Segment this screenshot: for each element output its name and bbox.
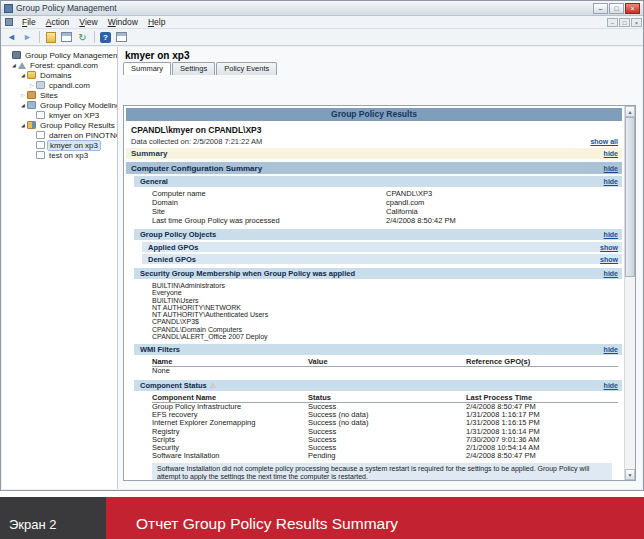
- wmi-filters-table: Name Value Reference GPO(s) None: [152, 357, 618, 375]
- close-button[interactable]: ×: [625, 3, 640, 14]
- tree-item-darren[interactable]: darren on PINOTNOIR: [2, 130, 117, 140]
- export-list-icon[interactable]: [43, 30, 58, 44]
- hide-link[interactable]: hide: [604, 270, 618, 277]
- component-status-table: Component Name Status Last Process Time …: [152, 393, 618, 461]
- data-collected-text: Data collected on: 2/5/2008 7:21:22 AM: [131, 137, 262, 146]
- hide-link[interactable]: hide: [604, 178, 618, 185]
- list-item: Everyone: [152, 289, 622, 296]
- collapse-arrow-icon[interactable]: ▷: [28, 82, 36, 88]
- tree-item-results[interactable]: ◢ Group Policy Results: [2, 120, 117, 130]
- refresh-icon[interactable]: ↻: [75, 30, 90, 44]
- new-window-icon[interactable]: [114, 30, 129, 44]
- general-table: Computer name CPANDL\XP3 Domain cpandl.c…: [152, 189, 622, 225]
- console-child-icon: [5, 18, 13, 26]
- hide-link[interactable]: hide: [604, 150, 618, 157]
- tree-item-kmyer-xp3-modeling[interactable]: kmyer on XP3: [2, 110, 117, 120]
- expand-arrow-icon[interactable]: ◢: [19, 102, 27, 108]
- domain-icon: [36, 81, 45, 89]
- expand-arrow-icon[interactable]: ◢: [10, 62, 18, 68]
- hide-link[interactable]: hide: [604, 165, 618, 172]
- scroll-down-icon[interactable]: ▼: [625, 469, 635, 480]
- tab-policy-events[interactable]: Policy Events: [216, 62, 277, 75]
- security-group-list: BUILTIN\Administrators Everyone BUILTIN\…: [152, 282, 622, 340]
- gpmc-window: Group Policy Management – □ × File Actio…: [0, 0, 644, 491]
- pane-title: kmyer on xp3: [118, 47, 642, 62]
- help-icon[interactable]: ?: [98, 30, 113, 44]
- menu-view[interactable]: View: [74, 17, 102, 27]
- hide-link[interactable]: hide: [604, 346, 618, 353]
- applied-gpos-header: Applied GPOs show: [142, 242, 622, 252]
- show-console-tree-icon[interactable]: [59, 30, 74, 44]
- tree-item-modeling[interactable]: ◢ Group Policy Modeling: [2, 100, 117, 110]
- table-row: Security Success 2/1/2008 10:54:14 AM: [152, 444, 618, 452]
- figure-caption: Экран 2 Отчет Group Policy Results Summa…: [0, 497, 644, 539]
- toolbar: ◄ ► ↻ ?: [1, 29, 643, 46]
- restore-button[interactable]: □: [609, 3, 624, 14]
- show-link[interactable]: show: [600, 256, 618, 263]
- list-item: BUILTIN\Administrators: [152, 282, 622, 289]
- menu-help[interactable]: Help: [143, 17, 170, 27]
- table-row: Computer name CPANDL\XP3: [152, 189, 622, 198]
- report-icon: [36, 151, 45, 159]
- denied-gpos-header: Denied GPOs show: [142, 254, 622, 264]
- show-link[interactable]: show: [600, 244, 618, 251]
- report-body: Group Policy Results CPANDL\kmyer on CPA…: [124, 106, 624, 480]
- table-row: Software Installation Pending 2/4/2008 8…: [152, 452, 618, 460]
- expand-arrow-icon[interactable]: ◢: [19, 122, 27, 128]
- component-status-header: Component Status⚠ hide: [134, 380, 622, 391]
- show-all-link[interactable]: show all: [590, 138, 618, 145]
- domains-folder-icon: [27, 71, 36, 79]
- scrollbar-thumb[interactable]: [625, 117, 635, 277]
- tab-settings[interactable]: Settings: [172, 62, 215, 75]
- tree-item-cpandl[interactable]: ▷ cpandl.com: [2, 80, 117, 90]
- back-icon[interactable]: ◄: [4, 30, 19, 44]
- child-minimize-button[interactable]: –: [607, 18, 618, 27]
- window-title: Group Policy Management: [16, 3, 592, 13]
- app-icon: [4, 4, 13, 13]
- table-row: Registry Success 1/31/2008 1:16:14 PM: [152, 428, 618, 436]
- report-icon: [36, 131, 45, 139]
- report-icon: [36, 141, 45, 149]
- tab-summary[interactable]: Summary: [123, 62, 171, 75]
- list-item: CPANDL\ALERT_Office 2007 Deploy: [152, 333, 622, 340]
- child-restore-button[interactable]: □: [619, 18, 630, 27]
- tree-item-domains[interactable]: ◢ Domains: [2, 70, 117, 80]
- data-collected-row: Data collected on: 2/5/2008 7:21:22 AM s…: [126, 136, 622, 148]
- menu-action[interactable]: Action: [41, 17, 75, 27]
- results-icon: [27, 121, 36, 129]
- menu-file[interactable]: File: [17, 17, 41, 27]
- table-header-row: Name Value Reference GPO(s): [152, 357, 618, 367]
- scrollbar-track[interactable]: [625, 277, 635, 469]
- menu-bar: File Action View Window Help – □ ×: [1, 16, 643, 29]
- toolbar-separator: [94, 31, 95, 43]
- tree-item-test[interactable]: test on xp3: [2, 150, 117, 160]
- list-item: CPANDL\Domain Computers: [152, 326, 622, 333]
- table-row: Domain cpandl.com: [152, 198, 622, 207]
- tree-item-forest[interactable]: ◢ Forest: cpandl.com: [2, 60, 117, 70]
- scroll-up-icon[interactable]: ▲: [625, 106, 635, 117]
- screen-number-label: Экран 2: [0, 497, 106, 539]
- forest-icon: [18, 62, 26, 69]
- collapse-arrow-icon[interactable]: ▷: [19, 92, 27, 98]
- list-item: NT AUTHORITY\NETWORK: [152, 304, 622, 311]
- results-pane: kmyer on xp3 Summary Settings Policy Eve…: [118, 47, 642, 489]
- console-tree: Group Policy Management ◢ Forest: cpandl…: [2, 47, 118, 489]
- sites-icon: [27, 91, 36, 99]
- hide-link[interactable]: hide: [604, 382, 618, 389]
- modeling-icon: [27, 101, 36, 109]
- hide-link[interactable]: hide: [604, 231, 618, 238]
- table-row: Site California: [152, 207, 622, 216]
- child-close-button[interactable]: ×: [631, 18, 642, 27]
- console-icon: [12, 51, 21, 59]
- report-title: CPANDL\kmyer on CPANDL\XP3: [126, 123, 622, 136]
- minimize-button[interactable]: –: [593, 3, 608, 14]
- menu-window[interactable]: Window: [103, 17, 143, 27]
- security-group-header: Security Group Membership when Group Pol…: [134, 268, 622, 279]
- summary-bar: Summary hide: [126, 148, 622, 159]
- tree-item-sites[interactable]: ▷ Sites: [2, 90, 117, 100]
- tree-item-kmyer-xp3-selected[interactable]: kmyer on xp3: [2, 140, 117, 150]
- forward-icon[interactable]: ►: [20, 30, 35, 44]
- tree-item-root[interactable]: Group Policy Management: [2, 50, 117, 60]
- report-scrollbar[interactable]: ▲ ▼: [624, 106, 635, 480]
- expand-arrow-icon[interactable]: ◢: [19, 72, 27, 78]
